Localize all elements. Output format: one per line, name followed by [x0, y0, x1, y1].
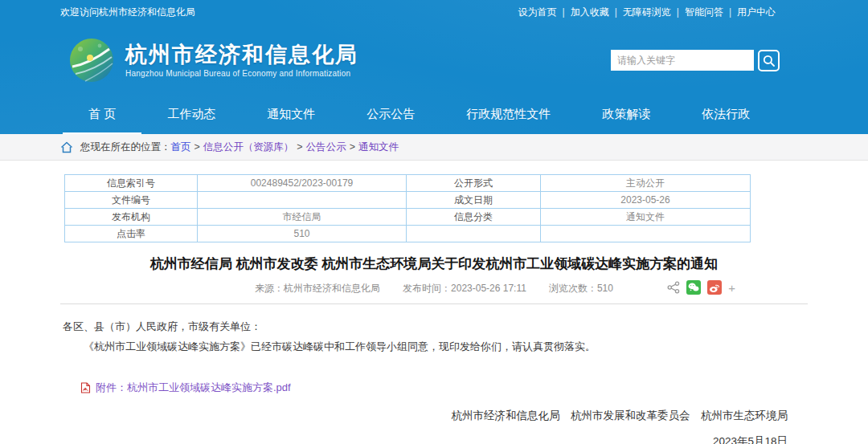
breadcrumb: 您现在所在的位置： 首页 > 信息公开（资源库） > 公告公示 > 通知文件: [0, 134, 868, 161]
attachment-label: 附件：杭州市工业领域碳达峰实施方案.pdf: [96, 381, 291, 395]
site-name-english: Hangzhou Municipal Bureau of Economy and…: [125, 69, 358, 78]
info-label: 发布机构: [65, 209, 198, 226]
search-area: [611, 50, 780, 71]
meta-publish-time: 发布时间：2023-05-26 17:11: [403, 282, 526, 295]
separator: |: [563, 6, 565, 18]
breadcrumb-notice-documents[interactable]: 通知文件: [358, 141, 399, 154]
utility-links: 设为首页 | 加入收藏 | 无障碍浏览 | 智能问答 | 用户中心: [518, 6, 776, 19]
nav-item-lawful-administration[interactable]: 依法行政: [676, 96, 776, 134]
breadcrumb-separator: >: [297, 141, 302, 153]
meta-source: 来源：杭州市经济和信息化局: [255, 282, 380, 295]
meta-view-count: 浏览次数：510: [549, 282, 613, 295]
info-value: 2023-05-26: [541, 192, 751, 209]
breadcrumb-separator: >: [350, 141, 355, 153]
info-label: 文件编号: [65, 192, 198, 209]
paragraph-salutation: 各区、县（市）人民政府，市级有关单位：: [63, 316, 805, 336]
attachment-link[interactable]: 附件：杭州市工业领域碳达峰实施方案.pdf: [80, 381, 291, 395]
breadcrumb-home[interactable]: 首页: [171, 141, 191, 154]
breadcrumb-announcements[interactable]: 公告公示: [306, 141, 346, 154]
share-buttons: +: [667, 280, 735, 295]
info-value: 002489452/2023-00179: [198, 175, 407, 192]
breadcrumb-prefix: 您现在所在的位置：: [80, 141, 171, 154]
info-label: 点击率: [65, 226, 198, 242]
content-divider: [60, 303, 808, 304]
nav-item-home[interactable]: 首 页: [63, 96, 141, 134]
header-main: 杭州市经济和信息化局 Hangzhou Municipal Bureau of …: [0, 24, 868, 96]
link-add-favorite[interactable]: 加入收藏: [571, 6, 609, 19]
info-label: 信息分类: [407, 209, 541, 226]
table-row: 文件编号 成文日期 2023-05-26: [65, 192, 751, 209]
share-icon[interactable]: [667, 281, 680, 294]
info-value: 主动公开: [541, 175, 751, 192]
nav-item-policy-interpretation[interactable]: 政策解读: [576, 96, 676, 134]
site-logo[interactable]: 杭州市经济和信息化局 Hangzhou Municipal Bureau of …: [69, 38, 358, 83]
link-accessibility[interactable]: 无障碍浏览: [623, 6, 671, 19]
info-value: [198, 192, 407, 209]
nav-item-regulatory-documents[interactable]: 行政规范性文件: [440, 96, 576, 134]
weibo-share-icon[interactable]: [707, 280, 722, 295]
info-value: [541, 226, 751, 242]
site-name: 杭州市经济和信息化局: [125, 43, 358, 67]
info-value: 市经信局: [198, 209, 407, 226]
article-title: 杭州市经信局 杭州市发改委 杭州市生态环境局关于印发杭州市工业领域碳达峰实施方案…: [60, 255, 808, 273]
site-header: 欢迎访问杭州市经济和信息化局 设为首页 | 加入收藏 | 无障碍浏览 | 智能问…: [0, 0, 868, 134]
more-share-icon[interactable]: +: [728, 282, 735, 294]
info-value: 510: [198, 226, 407, 242]
issuing-agencies: 杭州市经济和信息化局 杭州市发展和改革委员会 杭州市生态环境局: [0, 409, 788, 423]
table-row: 点击率 510: [65, 226, 751, 242]
separator: |: [677, 6, 679, 18]
separator: |: [729, 6, 731, 18]
info-value: 通知文件: [541, 209, 751, 226]
bureau-logo-icon: [69, 38, 114, 83]
welcome-text: 欢迎访问杭州市经济和信息化局: [60, 6, 195, 19]
breadcrumb-info-disclosure[interactable]: 信息公开（资源库）: [203, 141, 294, 154]
article-meta: 来源：杭州市经济和信息化局 发布时间：2023-05-26 17:11 浏览次数…: [0, 280, 868, 296]
nav-item-public-announcements[interactable]: 公示公告: [341, 96, 440, 134]
link-set-homepage[interactable]: 设为首页: [518, 6, 557, 19]
pdf-icon: [80, 382, 91, 393]
wechat-share-icon[interactable]: [686, 280, 701, 295]
info-label: 公开形式: [407, 175, 541, 192]
breadcrumb-separator: >: [194, 141, 200, 153]
nav-item-notice-documents[interactable]: 通知文件: [241, 96, 341, 134]
search-icon: [763, 55, 775, 67]
top-utility-bar: 欢迎访问杭州市经济和信息化局 设为首页 | 加入收藏 | 无障碍浏览 | 智能问…: [0, 0, 868, 24]
nav-item-work-updates[interactable]: 工作动态: [141, 96, 241, 134]
search-button[interactable]: [758, 50, 780, 71]
separator: |: [615, 6, 617, 18]
article-body: 各区、县（市）人民政府，市级有关单位： 《杭州市工业领域碳达峰实施方案》已经市碳…: [63, 316, 805, 356]
paragraph-main: 《杭州市工业领域碳达峰实施方案》已经市碳达峰碳中和工作领导小组同意，现印发给你们…: [63, 336, 805, 356]
site-titles: 杭州市经济和信息化局 Hangzhou Municipal Bureau of …: [125, 43, 358, 78]
link-smart-qa[interactable]: 智能问答: [685, 6, 723, 19]
home-icon: [60, 141, 73, 153]
search-input[interactable]: [611, 50, 754, 71]
link-user-center[interactable]: 用户中心: [737, 6, 776, 19]
info-label: 成文日期: [407, 192, 541, 209]
info-label: [407, 226, 541, 242]
table-row: 信息索引号 002489452/2023-00179 公开形式 主动公开: [65, 175, 751, 192]
table-row: 发布机构 市经信局 信息分类 通知文件: [65, 209, 751, 226]
document-date: 2023年5月18日: [0, 434, 788, 444]
info-label: 信息索引号: [65, 175, 198, 192]
document-info-table: 信息索引号 002489452/2023-00179 公开形式 主动公开 文件编…: [64, 174, 751, 242]
main-navigation: 首 页 工作动态 通知文件 公示公告 行政规范性文件 政策解读 依法行政: [0, 96, 868, 134]
